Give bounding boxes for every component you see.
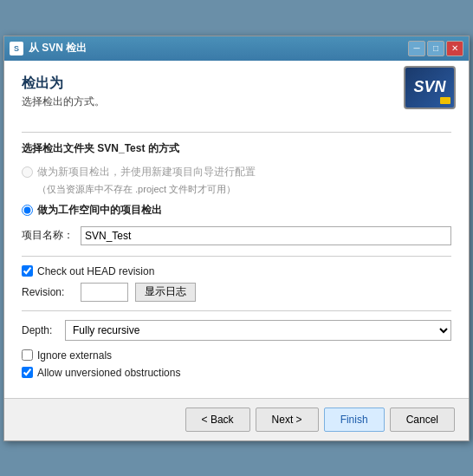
allow-unversioned-checkbox[interactable] [22, 367, 33, 378]
project-name-input[interactable] [81, 226, 451, 245]
depth-label: Depth: [22, 324, 58, 336]
ignore-externals-label: Ignore externals [37, 349, 112, 362]
option2-radio[interactable] [22, 205, 33, 216]
allow-unversioned-label: Allow unversioned obstructions [37, 367, 180, 379]
titlebar-left: S 从 SVN 检出 [10, 41, 87, 55]
option1-hint: （仅当资源库中不存在 .project 文件时才可用） [37, 183, 451, 196]
footer: < Back Next > Finish Cancel [4, 398, 469, 440]
depth-select[interactable]: Fully recursive Immediate children Only … [65, 320, 451, 341]
head-revision-row: Check out HEAD revision [22, 265, 451, 277]
divider-mid [22, 256, 451, 257]
page-title: 检出为 [22, 75, 451, 93]
project-name-row: 项目名称： [22, 226, 451, 245]
option1-radio[interactable] [22, 166, 33, 178]
titlebar-icon: S [10, 42, 23, 55]
cancel-button[interactable]: Cancel [390, 408, 455, 432]
head-revision-label: Check out HEAD revision [37, 265, 154, 277]
close-button[interactable]: ✕ [446, 41, 463, 56]
revision-input[interactable] [81, 283, 128, 302]
maximize-button[interactable]: □ [427, 41, 444, 56]
option2-row: 做为工作空间中的项目检出 [22, 203, 451, 218]
option1-label: 做为新项目检出，并使用新建项目向导进行配置 [37, 165, 256, 179]
option1-row: 做为新项目检出，并使用新建项目向导进行配置 [22, 165, 451, 179]
finish-button[interactable]: Finish [324, 408, 385, 432]
head-revision-checkbox[interactable] [22, 265, 33, 277]
option2-label: 做为工作空间中的项目检出 [37, 203, 162, 218]
dialog-window: S 从 SVN 检出 ─ □ ✕ SVN 检出为 选择检出的方式。 选择检出文件… [3, 36, 470, 441]
titlebar: S 从 SVN 检出 ─ □ ✕ [4, 36, 469, 61]
back-button[interactable]: < Back [185, 408, 250, 432]
project-name-label: 项目名称： [22, 228, 74, 243]
divider-depth [22, 310, 451, 311]
window-title: 从 SVN 检出 [29, 41, 87, 55]
minimize-button[interactable]: ─ [408, 41, 425, 56]
section-title: 选择检出文件夹 SVN_Test 的方式 [22, 141, 451, 156]
main-content: SVN 检出为 选择检出的方式。 选择检出文件夹 SVN_Test 的方式 做为… [4, 61, 469, 398]
titlebar-controls: ─ □ ✕ [408, 41, 463, 56]
revision-label: Revision: [22, 286, 74, 298]
ignore-externals-row: Ignore externals [22, 349, 451, 362]
svn-logo: SVN [404, 66, 456, 109]
divider-top [22, 132, 451, 133]
page-subtitle: 选择检出的方式。 [22, 95, 451, 109]
revision-row: Revision: 显示日志 [22, 283, 451, 302]
ignore-externals-checkbox[interactable] [22, 349, 33, 361]
allow-unversioned-row: Allow unversioned obstructions [22, 367, 451, 379]
show-log-button[interactable]: 显示日志 [135, 283, 196, 302]
next-button[interactable]: Next > [256, 408, 319, 432]
depth-row: Depth: Fully recursive Immediate childre… [22, 320, 451, 341]
